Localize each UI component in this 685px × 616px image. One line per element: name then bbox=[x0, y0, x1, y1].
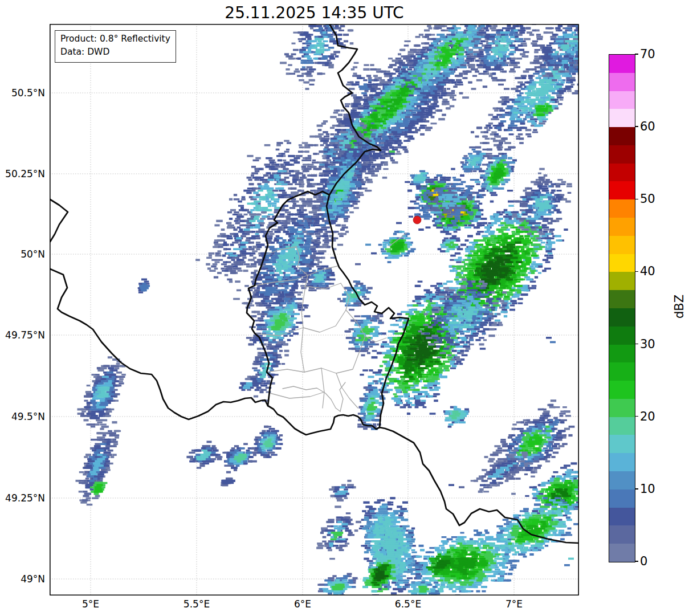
colorbar-segment bbox=[609, 399, 635, 417]
colorbar-segment bbox=[609, 525, 635, 544]
colorbar-tick-mark bbox=[635, 344, 638, 344]
colorbar-segment bbox=[609, 435, 635, 453]
lon-tick-label: 6°E bbox=[294, 598, 311, 610]
lat-tick-label: 50.25°N bbox=[0, 167, 45, 181]
colorbar-segment bbox=[609, 55, 635, 73]
colorbar-tick-mark bbox=[635, 126, 638, 127]
colorbar-segment bbox=[609, 91, 635, 109]
colorbar-tick-label: 0 bbox=[640, 554, 647, 569]
colorbar-segment bbox=[609, 544, 635, 562]
colorbar-tick-label: 60 bbox=[640, 119, 655, 134]
lon-tick-label: 7°E bbox=[505, 598, 523, 610]
colorbar-unit-label: dBZ bbox=[672, 295, 685, 319]
colorbar-tick-mark bbox=[635, 199, 638, 199]
lon-tick-label: 6.5°E bbox=[395, 598, 421, 610]
colorbar-tick-label: 10 bbox=[640, 482, 655, 496]
colorbar-segment bbox=[609, 327, 635, 345]
colorbar-segment bbox=[609, 127, 635, 145]
lat-tick-label: 49°N bbox=[0, 572, 45, 586]
colorbar-segment bbox=[609, 164, 635, 182]
colorbar-segment bbox=[609, 109, 635, 127]
colorbar-segment bbox=[609, 73, 635, 91]
colorbar-segment bbox=[609, 145, 635, 164]
colorbar-tick-mark bbox=[635, 54, 638, 54]
colorbar-segment bbox=[609, 236, 635, 254]
data-source-line: Data: DWD bbox=[60, 46, 170, 59]
colorbar-segment bbox=[609, 308, 635, 327]
colorbar-segment bbox=[609, 417, 635, 435]
colorbar-segment bbox=[609, 453, 635, 471]
radar-figure: 25.11.2025 14:35 UTC Product: 0.8° Refle… bbox=[0, 0, 685, 616]
lat-tick-label: 49.75°N bbox=[0, 328, 45, 342]
colorbar-tick-mark bbox=[635, 271, 638, 272]
lon-tick-label: 5.5°E bbox=[184, 598, 210, 610]
lat-tick-label: 49.5°N bbox=[0, 410, 45, 423]
colorbar-segment bbox=[609, 272, 635, 290]
colorbar-tick-mark bbox=[635, 561, 638, 561]
lon-tick-label: 5°E bbox=[82, 598, 99, 610]
colorbar-tick-mark bbox=[635, 416, 638, 417]
colorbar-tick-label: 70 bbox=[640, 47, 655, 62]
colorbar-segment bbox=[609, 508, 635, 526]
product-info-box: Product: 0.8° Reflectivity Data: DWD bbox=[55, 30, 176, 63]
lat-tick-label: 49.25°N bbox=[0, 491, 45, 505]
colorbar-segment bbox=[609, 489, 635, 508]
colorbar bbox=[609, 54, 635, 562]
page-title: 25.11.2025 14:35 UTC bbox=[50, 3, 579, 22]
colorbar-segment bbox=[609, 362, 635, 381]
colorbar-segment bbox=[609, 218, 635, 236]
colorbar-tick-mark bbox=[635, 488, 638, 489]
colorbar-tick-label: 20 bbox=[640, 409, 655, 424]
product-info-line: Product: 0.8° Reflectivity bbox=[60, 32, 170, 46]
colorbar-tick-label: 40 bbox=[640, 264, 655, 279]
colorbar-segment bbox=[609, 290, 635, 308]
colorbar-segment bbox=[609, 199, 635, 218]
radar-map-canvas bbox=[50, 24, 579, 595]
colorbar-segment bbox=[609, 471, 635, 489]
lat-tick-label: 50.5°N bbox=[0, 86, 45, 100]
colorbar-segment bbox=[609, 254, 635, 272]
lat-tick-label: 50°N bbox=[0, 247, 45, 261]
colorbar-segment bbox=[609, 381, 635, 399]
colorbar-segment bbox=[609, 345, 635, 363]
colorbar-tick-label: 50 bbox=[640, 191, 655, 206]
colorbar-tick-label: 30 bbox=[640, 337, 655, 352]
colorbar-segment bbox=[609, 181, 635, 199]
